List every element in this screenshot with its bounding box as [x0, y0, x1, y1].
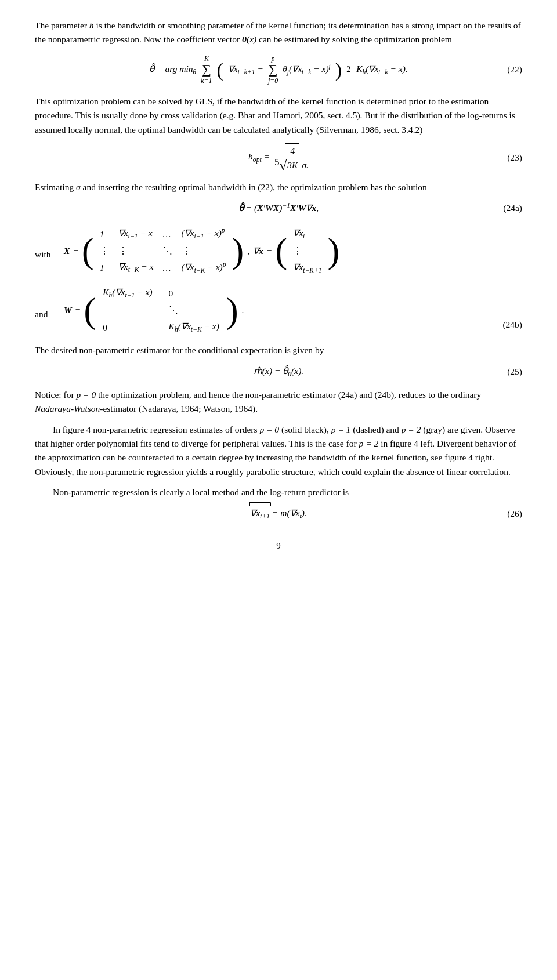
eq-25-label: (25): [507, 365, 522, 379]
math-h: h: [89, 20, 94, 30]
paragraph-5: Estimating σ and inserting the resulting…: [35, 180, 522, 194]
page-content: The parameter h is the bandwidth or smoo…: [35, 19, 522, 553]
paragraph-12: Non-parametric regression is clearly a l…: [35, 485, 522, 499]
paragraph-1: The parameter h is the bandwidth or smoo…: [35, 19, 522, 47]
math-theta-x: θ(x): [242, 34, 256, 44]
page-number: 9: [35, 539, 522, 553]
with-label: with: [35, 223, 57, 262]
paragraph-8: The desired non-parametric estimator for…: [35, 343, 522, 357]
equation-24a: θ̂ = (X′WX)−1X′W∇x, (24a): [35, 201, 522, 215]
eq-24a-label: (24a): [503, 201, 522, 215]
paragraph-11: In figure 4 non-parametric regression es…: [35, 423, 522, 480]
paragraph-10: Notice: for p = 0 the optimization probl…: [35, 388, 522, 416]
equation-23: hopt = 5 √ 4 3K σ. (23): [35, 143, 522, 172]
paragraph-3: This optimization problem can be solved …: [35, 95, 522, 137]
and-label: and: [35, 283, 57, 321]
equation-25: m̂(x) = θ̂0(x). (25): [35, 364, 522, 380]
eq-26-label: (26): [507, 507, 522, 521]
with-section: with X = ( 1∇xt−1 − x…(∇xt−1 − x)p ⋮⋮⋱⋮ …: [35, 223, 522, 337]
eq-24b-label: (24b): [502, 318, 522, 332]
equation-22: θ̂ = arg minθ K ∑ k=1 ( ∇xt−k+1 − p ∑ j=…: [35, 53, 522, 86]
eq-23-label: (23): [507, 151, 522, 165]
equation-26: ∇xt+1 = m(∇xt). (26): [35, 506, 522, 522]
eq-22-label: (22): [507, 63, 522, 77]
